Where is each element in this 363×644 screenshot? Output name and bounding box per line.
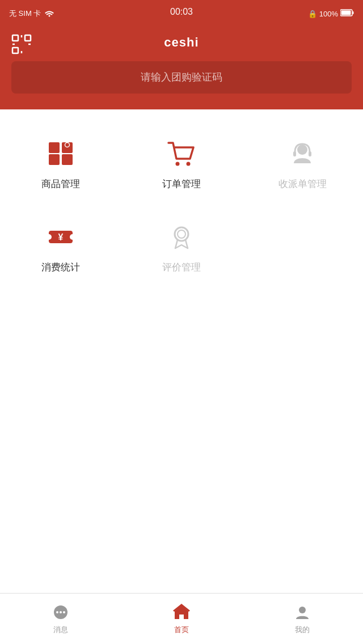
svg-point-14 bbox=[65, 143, 69, 147]
svg-point-28 bbox=[60, 611, 62, 613]
mine-nav-label: 我的 bbox=[295, 625, 310, 635]
svg-rect-11 bbox=[62, 154, 73, 165]
stats-icon: ¥ bbox=[45, 221, 77, 253]
wifi-icon bbox=[44, 9, 54, 19]
svg-text:¥: ¥ bbox=[58, 232, 63, 242]
svg-marker-30 bbox=[175, 605, 188, 619]
status-left: 无 SIM 卡 bbox=[9, 9, 54, 19]
scan-icon[interactable] bbox=[11, 34, 32, 54]
svg-point-24 bbox=[175, 227, 188, 241]
reviews-icon bbox=[166, 221, 197, 253]
goods-icon bbox=[45, 138, 77, 170]
status-time: 00:03 bbox=[170, 7, 193, 17]
nav-item-home[interactable]: 首页 bbox=[121, 599, 242, 639]
menu-item-dispatch[interactable]: 收派单管理 bbox=[242, 126, 363, 204]
svg-rect-4 bbox=[25, 35, 31, 41]
messages-icon bbox=[52, 603, 70, 621]
status-bar: 无 SIM 卡 00:03 🔒 100% bbox=[0, 0, 363, 27]
svg-point-29 bbox=[63, 611, 65, 613]
svg-point-27 bbox=[56, 611, 58, 613]
svg-rect-2 bbox=[353, 11, 354, 14]
dispatch-label: 收派单管理 bbox=[278, 177, 327, 190]
menu-item-orders[interactable]: 订单管理 bbox=[121, 126, 242, 204]
svg-rect-3 bbox=[12, 35, 18, 41]
menu-section: 商品管理 订单管理 bbox=[0, 109, 363, 299]
battery-icon bbox=[340, 9, 354, 18]
reviews-label: 评价管理 bbox=[162, 261, 201, 274]
messages-nav-label: 消息 bbox=[53, 625, 68, 635]
dispatch-icon bbox=[286, 138, 318, 170]
app-title: ceshi bbox=[164, 35, 199, 50]
menu-item-stats[interactable]: ¥ 消费统计 bbox=[0, 210, 121, 287]
stats-label: 消费统计 bbox=[41, 261, 80, 274]
svg-rect-10 bbox=[49, 154, 60, 165]
nav-item-mine[interactable]: 我的 bbox=[242, 599, 363, 639]
menu-item-goods[interactable]: 商品管理 bbox=[0, 126, 121, 204]
svg-point-16 bbox=[186, 162, 190, 166]
svg-point-15 bbox=[175, 162, 179, 166]
app-header: ceshi bbox=[0, 27, 363, 61]
carrier-text: 无 SIM 卡 bbox=[9, 9, 41, 19]
lock-icon: 🔒 bbox=[308, 10, 317, 18]
home-icon bbox=[172, 603, 191, 621]
orders-icon bbox=[166, 138, 197, 170]
svg-rect-18 bbox=[293, 151, 296, 156]
battery-text: 100% bbox=[319, 10, 338, 18]
svg-rect-19 bbox=[309, 151, 311, 156]
home-nav-label: 首页 bbox=[174, 625, 189, 635]
menu-row-1: 商品管理 订单管理 bbox=[0, 126, 363, 204]
verify-section bbox=[0, 61, 363, 109]
orders-label: 订单管理 bbox=[162, 177, 201, 190]
goods-label: 商品管理 bbox=[41, 177, 80, 190]
nav-item-messages[interactable]: 消息 bbox=[0, 599, 121, 639]
menu-item-empty bbox=[242, 210, 363, 287]
svg-point-17 bbox=[297, 145, 307, 155]
svg-point-32 bbox=[299, 607, 306, 613]
svg-rect-5 bbox=[12, 48, 18, 53]
svg-rect-12 bbox=[49, 142, 60, 153]
svg-point-25 bbox=[178, 230, 185, 238]
menu-row-2: ¥ 消费统计 评价管理 bbox=[0, 210, 363, 287]
status-right: 🔒 100% bbox=[308, 9, 354, 18]
menu-item-reviews[interactable]: 评价管理 bbox=[121, 210, 242, 287]
svg-rect-1 bbox=[341, 11, 351, 15]
mine-icon bbox=[293, 603, 311, 621]
bottom-nav: 消息 首页 我的 bbox=[0, 593, 363, 644]
verify-input[interactable] bbox=[11, 61, 352, 94]
